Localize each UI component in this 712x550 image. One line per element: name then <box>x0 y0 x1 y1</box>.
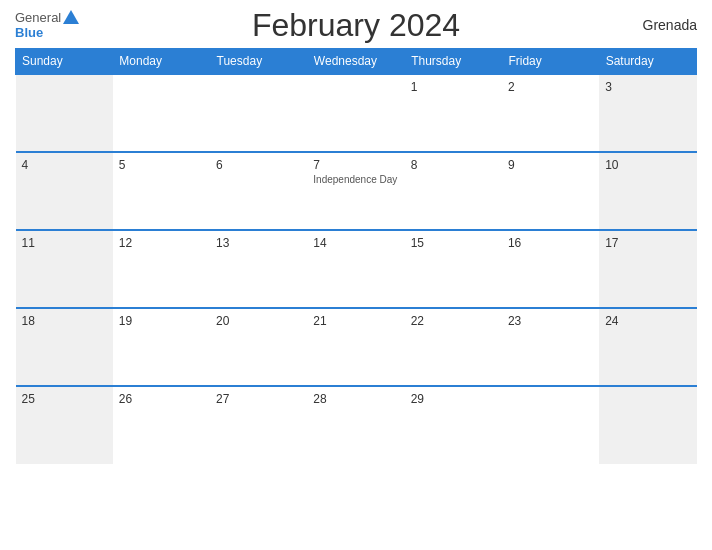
day-cell-1-6: 10 <box>599 152 696 230</box>
day-number: 4 <box>22 158 107 172</box>
day-cell-1-4: 8 <box>405 152 502 230</box>
day-cell-4-3: 28 <box>307 386 404 464</box>
day-number: 1 <box>411 80 496 94</box>
day-number: 27 <box>216 392 301 406</box>
day-number: 28 <box>313 392 398 406</box>
header-wednesday: Wednesday <box>307 49 404 75</box>
country-label: Grenada <box>643 17 697 33</box>
day-cell-4-4: 29 <box>405 386 502 464</box>
day-cell-0-4: 1 <box>405 74 502 152</box>
day-cell-3-0: 18 <box>16 308 113 386</box>
day-cell-0-0 <box>16 74 113 152</box>
logo: General Blue <box>15 10 79 40</box>
day-cell-4-0: 25 <box>16 386 113 464</box>
calendar-body: 1234567Independence Day89101112131415161… <box>16 74 697 464</box>
day-number: 12 <box>119 236 204 250</box>
day-cell-2-6: 17 <box>599 230 696 308</box>
day-number: 18 <box>22 314 107 328</box>
day-cell-0-2 <box>210 74 307 152</box>
day-number: 9 <box>508 158 593 172</box>
day-number: 14 <box>313 236 398 250</box>
day-number: 26 <box>119 392 204 406</box>
day-cell-3-5: 23 <box>502 308 599 386</box>
day-number: 22 <box>411 314 496 328</box>
day-number: 13 <box>216 236 301 250</box>
day-cell-1-0: 4 <box>16 152 113 230</box>
day-cell-3-1: 19 <box>113 308 210 386</box>
day-cell-4-2: 27 <box>210 386 307 464</box>
day-cell-2-3: 14 <box>307 230 404 308</box>
day-cell-4-6 <box>599 386 696 464</box>
week-row-5: 2526272829 <box>16 386 697 464</box>
day-number: 16 <box>508 236 593 250</box>
week-row-4: 18192021222324 <box>16 308 697 386</box>
day-number: 19 <box>119 314 204 328</box>
calendar-header: General Blue February 2024 Grenada <box>15 10 697 40</box>
logo-blue-text: Blue <box>15 25 43 40</box>
day-cell-1-1: 5 <box>113 152 210 230</box>
day-number: 10 <box>605 158 690 172</box>
day-number: 3 <box>605 80 690 94</box>
day-cell-2-5: 16 <box>502 230 599 308</box>
day-cell-4-5 <box>502 386 599 464</box>
week-row-3: 11121314151617 <box>16 230 697 308</box>
day-cell-2-1: 12 <box>113 230 210 308</box>
day-number: 7 <box>313 158 398 172</box>
day-cell-2-0: 11 <box>16 230 113 308</box>
header-friday: Friday <box>502 49 599 75</box>
day-cell-1-3: 7Independence Day <box>307 152 404 230</box>
event-label: Independence Day <box>313 174 398 185</box>
day-number: 15 <box>411 236 496 250</box>
header-sunday: Sunday <box>16 49 113 75</box>
week-row-2: 4567Independence Day8910 <box>16 152 697 230</box>
day-number: 23 <box>508 314 593 328</box>
day-number: 21 <box>313 314 398 328</box>
calendar-container: General Blue February 2024 Grenada Sunda… <box>0 0 712 550</box>
header-tuesday: Tuesday <box>210 49 307 75</box>
day-number: 24 <box>605 314 690 328</box>
day-number: 17 <box>605 236 690 250</box>
day-cell-0-1 <box>113 74 210 152</box>
header-thursday: Thursday <box>405 49 502 75</box>
day-cell-0-6: 3 <box>599 74 696 152</box>
weekday-header-row: Sunday Monday Tuesday Wednesday Thursday… <box>16 49 697 75</box>
day-cell-0-3 <box>307 74 404 152</box>
day-number: 6 <box>216 158 301 172</box>
day-number: 8 <box>411 158 496 172</box>
day-cell-3-4: 22 <box>405 308 502 386</box>
day-cell-0-5: 2 <box>502 74 599 152</box>
day-number: 25 <box>22 392 107 406</box>
day-cell-3-3: 21 <box>307 308 404 386</box>
day-number: 2 <box>508 80 593 94</box>
header-monday: Monday <box>113 49 210 75</box>
logo-triangle-icon <box>63 10 79 24</box>
week-row-1: 123 <box>16 74 697 152</box>
day-cell-2-2: 13 <box>210 230 307 308</box>
calendar-table: Sunday Monday Tuesday Wednesday Thursday… <box>15 48 697 464</box>
header-saturday: Saturday <box>599 49 696 75</box>
day-number: 29 <box>411 392 496 406</box>
day-number: 11 <box>22 236 107 250</box>
day-cell-1-2: 6 <box>210 152 307 230</box>
day-cell-4-1: 26 <box>113 386 210 464</box>
day-cell-3-6: 24 <box>599 308 696 386</box>
day-cell-2-4: 15 <box>405 230 502 308</box>
day-number: 20 <box>216 314 301 328</box>
day-cell-1-5: 9 <box>502 152 599 230</box>
day-number: 5 <box>119 158 204 172</box>
logo-top-row: General <box>15 10 79 25</box>
logo-general-text: General <box>15 10 61 25</box>
month-title: February 2024 <box>252 7 460 44</box>
day-cell-3-2: 20 <box>210 308 307 386</box>
